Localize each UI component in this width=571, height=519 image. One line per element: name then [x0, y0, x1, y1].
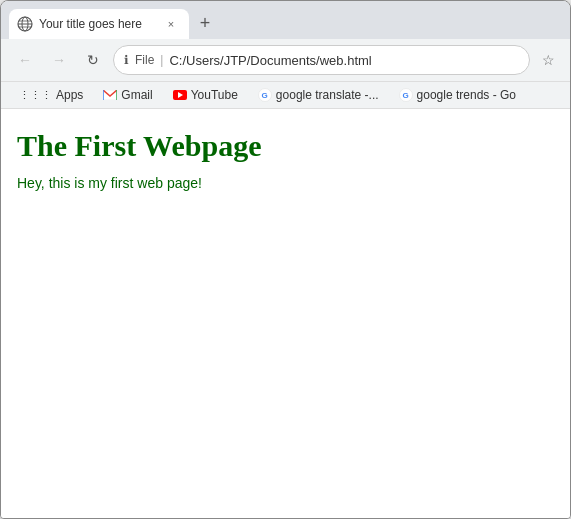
- bookmark-star-button[interactable]: ☆: [536, 48, 560, 72]
- new-tab-button[interactable]: +: [191, 9, 219, 37]
- tab-title: Your title goes here: [39, 17, 157, 31]
- bookmark-apps-label: Apps: [56, 88, 83, 102]
- page-paragraph: Hey, this is my first web page!: [17, 175, 554, 191]
- tab-close-button[interactable]: ×: [163, 16, 179, 32]
- active-tab[interactable]: Your title goes here ×: [9, 9, 189, 39]
- youtube-icon: [173, 90, 187, 100]
- file-label: File: [135, 53, 154, 67]
- svg-text:G: G: [402, 91, 408, 100]
- bookmarks-bar: ⋮⋮⋮ Apps Gmail YouTube G g: [1, 82, 570, 109]
- bookmark-google-trends[interactable]: G google trends - Go: [391, 85, 524, 105]
- bookmark-apps[interactable]: ⋮⋮⋮ Apps: [11, 85, 91, 105]
- bookmark-trends-label: google trends - Go: [417, 88, 516, 102]
- google-translate-icon: G: [258, 88, 272, 102]
- reload-button[interactable]: ↻: [79, 46, 107, 74]
- forward-button[interactable]: →: [45, 46, 73, 74]
- bookmark-gmail-label: Gmail: [121, 88, 152, 102]
- apps-icon: ⋮⋮⋮: [19, 89, 52, 102]
- title-bar: Your title goes here × +: [1, 1, 570, 39]
- browser-window: Your title goes here × + ← → ↻ ℹ File | …: [0, 0, 571, 519]
- bookmark-youtube[interactable]: YouTube: [165, 85, 246, 105]
- gmail-icon: [103, 90, 117, 100]
- info-icon: ℹ: [124, 53, 129, 67]
- page-content: The First Webpage Hey, this is my first …: [1, 109, 570, 518]
- nav-bar: ← → ↻ ℹ File | C:/Users/JTP/Documents/we…: [1, 39, 570, 82]
- bookmark-gmail[interactable]: Gmail: [95, 85, 160, 105]
- bookmark-translate-label: google translate -...: [276, 88, 379, 102]
- bookmark-google-translate[interactable]: G google translate -...: [250, 85, 387, 105]
- separator: |: [160, 53, 163, 67]
- back-button[interactable]: ←: [11, 46, 39, 74]
- bookmark-youtube-label: YouTube: [191, 88, 238, 102]
- address-bar[interactable]: ℹ File | C:/Users/JTP/Documents/web.html: [113, 45, 530, 75]
- google-trends-icon: G: [399, 88, 413, 102]
- page-heading: The First Webpage: [17, 129, 554, 163]
- svg-text:G: G: [261, 91, 267, 100]
- globe-icon: [17, 16, 33, 32]
- address-text: C:/Users/JTP/Documents/web.html: [169, 53, 519, 68]
